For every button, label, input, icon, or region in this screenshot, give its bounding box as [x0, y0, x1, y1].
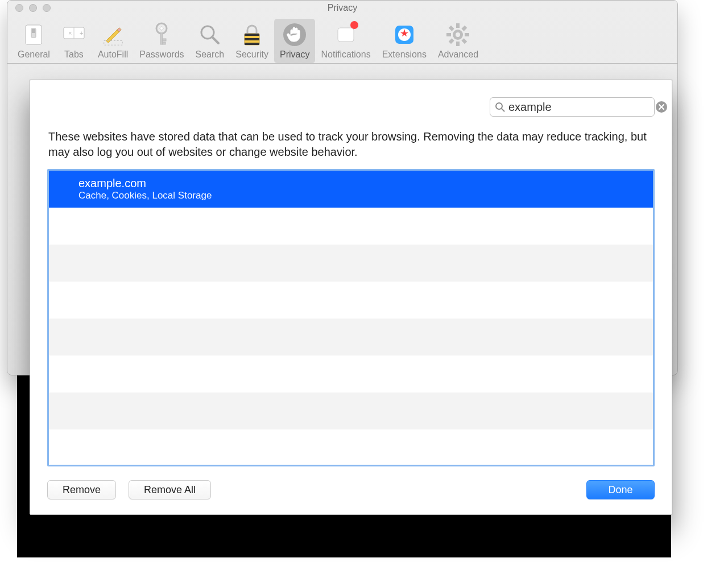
- svg-rect-12: [160, 33, 163, 44]
- tab-label: General: [18, 49, 50, 60]
- key-icon: [149, 21, 174, 48]
- empty-row: [49, 208, 653, 245]
- tab-notifications[interactable]: Notifications: [315, 19, 376, 63]
- autofill-icon: [101, 21, 126, 48]
- svg-point-11: [160, 27, 163, 30]
- sheet-description: These websites have stored data that can…: [48, 129, 653, 160]
- done-button[interactable]: Done: [586, 480, 655, 499]
- remove-button[interactable]: Remove: [47, 480, 116, 499]
- tab-label: Advanced: [438, 49, 478, 60]
- search-field[interactable]: [490, 97, 655, 117]
- website-data-list[interactable]: example.com Cache, Cookies, Local Storag…: [47, 169, 655, 466]
- notification-badge: [350, 21, 358, 29]
- remove-all-button[interactable]: Remove All: [129, 480, 211, 499]
- svg-rect-2: [32, 29, 35, 33]
- svg-text:+: +: [80, 30, 83, 36]
- svg-rect-30: [446, 33, 451, 36]
- tab-privacy[interactable]: Privacy: [274, 19, 315, 63]
- hand-icon: [282, 21, 307, 48]
- clear-search-button[interactable]: [656, 101, 667, 113]
- tab-label: Search: [196, 49, 225, 60]
- traffic-lights: [7, 4, 51, 12]
- website-domain: example.com: [78, 176, 212, 190]
- zoom-window-button[interactable]: [43, 4, 51, 12]
- svg-point-21: [283, 23, 306, 46]
- svg-line-16: [212, 37, 218, 43]
- empty-row: [49, 282, 653, 319]
- svg-rect-14: [163, 42, 166, 44]
- notification-icon: [333, 21, 358, 48]
- tab-general[interactable]: General: [12, 19, 56, 63]
- tab-advanced[interactable]: Advanced: [432, 19, 484, 63]
- tab-passwords[interactable]: Passwords: [134, 19, 189, 63]
- gear-icon: [445, 21, 470, 48]
- svg-rect-32: [449, 38, 454, 44]
- svg-line-37: [502, 109, 504, 111]
- svg-rect-28: [456, 42, 460, 46]
- window-title: Privacy: [7, 3, 677, 13]
- tab-label: Security: [235, 49, 268, 60]
- svg-rect-18: [245, 34, 259, 36]
- svg-rect-31: [462, 26, 468, 31]
- empty-row: [49, 245, 653, 282]
- svg-rect-13: [163, 39, 166, 41]
- svg-point-35: [456, 32, 460, 37]
- tab-label: Notifications: [321, 49, 370, 60]
- minimize-window-button[interactable]: [29, 4, 37, 12]
- tab-autofill[interactable]: AutoFill: [92, 19, 134, 63]
- extensions-icon: [392, 21, 417, 48]
- tab-search[interactable]: Search: [190, 19, 230, 63]
- tab-label: Privacy: [280, 49, 309, 60]
- svg-rect-19: [245, 38, 259, 40]
- empty-row: [49, 392, 653, 429]
- tab-label: AutoFill: [98, 49, 128, 60]
- tab-security[interactable]: Security: [230, 19, 274, 63]
- tab-extensions[interactable]: Extensions: [377, 19, 432, 63]
- svg-rect-33: [462, 38, 468, 44]
- empty-row: [49, 319, 653, 356]
- search-input[interactable]: [505, 101, 656, 114]
- svg-rect-27: [456, 23, 460, 28]
- lock-icon: [239, 21, 264, 48]
- tab-label: Tabs: [64, 49, 84, 60]
- search-icon: [495, 102, 505, 112]
- svg-rect-22: [338, 28, 354, 42]
- website-row[interactable]: example.com Cache, Cookies, Local Storag…: [49, 171, 653, 208]
- general-icon: [21, 21, 46, 48]
- tab-tabs[interactable]: × + Tabs: [56, 19, 92, 63]
- svg-rect-29: [465, 33, 469, 36]
- close-window-button[interactable]: [15, 4, 23, 12]
- preferences-toolbar: General × + Tabs Au: [7, 15, 677, 64]
- titlebar: Privacy: [7, 1, 677, 15]
- search-icon: [197, 21, 222, 48]
- svg-rect-20: [245, 43, 259, 45]
- tab-label: Passwords: [139, 49, 184, 60]
- svg-text:×: ×: [68, 30, 72, 36]
- svg-rect-34: [449, 26, 454, 31]
- empty-row: [49, 356, 653, 392]
- close-icon: [659, 104, 664, 110]
- tab-label: Extensions: [382, 49, 427, 60]
- website-data-sheet: These websites have stored data that can…: [30, 80, 672, 515]
- website-data-types: Cache, Cookies, Local Storage: [78, 190, 212, 201]
- tabs-icon: × +: [61, 21, 86, 48]
